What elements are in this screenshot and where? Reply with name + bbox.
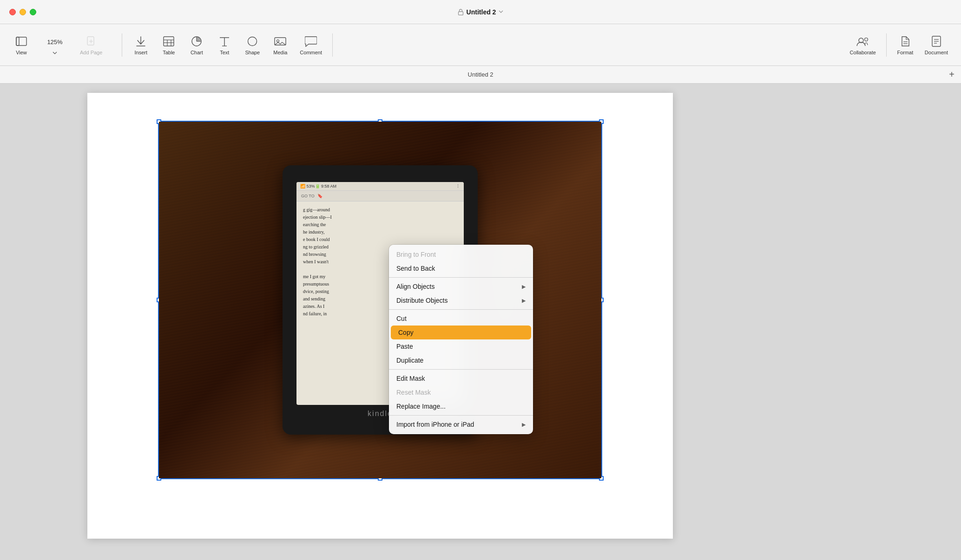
shape-icon [246, 35, 259, 48]
menu-item-import-iphone[interactable]: Import from iPhone or iPad ▶ [389, 417, 533, 431]
media-label: Media [273, 50, 287, 55]
chart-icon [190, 35, 203, 48]
collaborate-button[interactable]: Collaborate [844, 31, 882, 59]
menu-separator-4 [389, 415, 533, 416]
chart-button[interactable]: Chart [183, 31, 211, 59]
zoom-icon: 125% [48, 36, 61, 49]
svg-rect-0 [458, 12, 463, 15]
page: 📶 53%🔋 9:58 AM ⋮ GO TO 🔖 g gig—around ej… [87, 93, 673, 539]
import-iphone-label: Import from iPhone or iPad [396, 421, 474, 428]
insert-icon [134, 35, 147, 48]
menu-item-duplicate[interactable]: Duplicate [389, 353, 533, 367]
toolbar-divider-2 [332, 33, 333, 57]
align-objects-label: Align Objects [396, 283, 434, 290]
cut-label: Cut [396, 315, 407, 322]
minimize-button[interactable] [20, 9, 26, 15]
kindle-wifi-icon: 📶 53%🔋 9:58 AM [300, 184, 336, 189]
canvas-area: 📶 53%🔋 9:58 AM ⋮ GO TO 🔖 g gig—around ej… [0, 84, 961, 560]
send-to-back-label: Send to Back [396, 265, 435, 272]
maximize-button[interactable] [30, 9, 36, 15]
close-button[interactable] [9, 9, 16, 15]
text-label: Text [220, 50, 229, 55]
kindle-text-line: e book I could [303, 236, 457, 243]
add-page-button[interactable]: Add Page [74, 31, 108, 59]
shape-button[interactable]: Shape [238, 31, 266, 59]
kindle-bookmark-icon: 🔖 [317, 194, 323, 198]
document-label: Document [925, 50, 948, 55]
kindle-screen-header: 📶 53%🔋 9:58 AM ⋮ [296, 182, 464, 191]
menu-item-bring-to-front[interactable]: Bring to Front [389, 247, 533, 261]
toolbar-divider-3 [886, 33, 887, 57]
document-button[interactable]: Document [919, 31, 954, 59]
chevron-down-icon [499, 10, 503, 13]
add-page-plus-button[interactable]: + [949, 69, 954, 80]
menu-separator-2 [389, 309, 533, 310]
menu-separator-1 [389, 277, 533, 278]
comment-icon [304, 35, 317, 48]
toolbar-right-group: Collaborate Format [844, 31, 954, 59]
table-button[interactable]: Table [155, 31, 183, 59]
replace-image-label: Replace Image... [396, 403, 446, 410]
format-icon [899, 35, 912, 48]
menu-item-replace-image[interactable]: Replace Image... [389, 399, 533, 413]
menu-item-reset-mask[interactable]: Reset Mask [389, 385, 533, 399]
menu-item-edit-mask[interactable]: Edit Mask [389, 371, 533, 385]
menu-item-send-to-back[interactable]: Send to Back [389, 261, 533, 275]
kindle-text-line: he industry, [303, 228, 457, 236]
document-icon [930, 35, 943, 48]
insert-button[interactable]: Insert [127, 31, 155, 59]
format-button[interactable]: Format [891, 31, 919, 59]
comment-button[interactable]: Comment [294, 31, 328, 59]
toolbar-divider-1 [122, 33, 122, 57]
media-button[interactable]: Media [266, 31, 294, 59]
zoom-button[interactable]: 125% [41, 32, 69, 58]
insert-label: Insert [135, 50, 148, 55]
svg-point-22 [864, 38, 868, 41]
menu-item-paste[interactable]: Paste [389, 339, 533, 353]
edit-mask-label: Edit Mask [396, 375, 425, 382]
paste-label: Paste [396, 343, 413, 350]
docbar: Untitled 2 + [0, 66, 961, 84]
bring-to-front-label: Bring to Front [396, 251, 436, 258]
context-menu: Bring to Front Send to Back Align Object… [389, 245, 533, 434]
kindle-text-line: g gig—around [303, 206, 457, 214]
svg-rect-7 [164, 37, 174, 46]
lock-icon [458, 8, 464, 15]
collaborate-icon [856, 35, 869, 48]
titlebar: Untitled 2 [0, 0, 961, 24]
import-iphone-arrow: ▶ [522, 422, 526, 428]
toolbar: View 125% Add Page [0, 24, 961, 66]
kindle-go-to: GO TO [301, 194, 315, 198]
view-button[interactable]: View [7, 31, 35, 59]
collaborate-label: Collaborate [850, 50, 876, 55]
svg-rect-2 [16, 37, 19, 46]
format-label: Format [897, 50, 913, 55]
reset-mask-label: Reset Mask [396, 389, 431, 396]
chart-label: Chart [191, 50, 203, 55]
menu-item-align-objects[interactable]: Align Objects ▶ [389, 280, 533, 293]
duplicate-label: Duplicate [396, 357, 423, 364]
add-page-label: Add Page [80, 50, 102, 55]
distribute-objects-label: Distribute Objects [396, 297, 448, 304]
table-icon [162, 35, 175, 48]
kindle-text-line: earching the [303, 221, 457, 228]
menu-item-distribute-objects[interactable]: Distribute Objects ▶ [389, 293, 533, 307]
add-page-icon [85, 35, 98, 48]
shape-label: Shape [245, 50, 260, 55]
title-text: Untitled 2 [467, 8, 496, 16]
copy-label: Copy [398, 329, 414, 336]
zoom-value: 125% [47, 39, 62, 46]
svg-point-18 [248, 37, 257, 46]
svg-rect-1 [16, 37, 26, 46]
toolbar-left-group: View 125% Add Page [7, 31, 108, 59]
distribute-objects-arrow: ▶ [522, 298, 526, 304]
text-button[interactable]: Text [211, 31, 238, 59]
view-label: View [16, 50, 27, 55]
menu-item-cut[interactable]: Cut [389, 312, 533, 326]
menu-separator-3 [389, 369, 533, 370]
traffic-lights [9, 9, 36, 15]
selected-image[interactable]: 📶 53%🔋 9:58 AM ⋮ GO TO 🔖 g gig—around ej… [158, 121, 602, 479]
window-title: Untitled 2 [458, 8, 504, 16]
menu-item-copy[interactable]: Copy [391, 326, 531, 339]
table-label: Table [163, 50, 175, 55]
